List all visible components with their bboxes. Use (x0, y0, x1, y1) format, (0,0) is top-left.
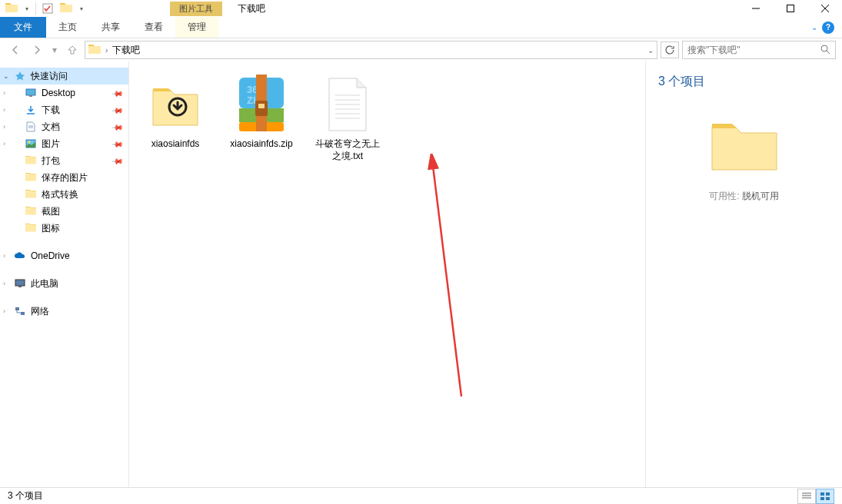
chevron-right-icon[interactable]: › (3, 307, 5, 315)
svg-rect-13 (15, 280, 25, 286)
svg-line-6 (827, 51, 830, 54)
star-icon (14, 70, 26, 82)
sidebar-item-screenshots[interactable]: 截图 (0, 203, 128, 220)
back-button[interactable] (6, 41, 25, 59)
sidebar-item-label: 图片 (42, 138, 60, 151)
close-button[interactable] (807, 0, 842, 17)
file-item-folder[interactable]: xiaosiainfds (141, 74, 209, 162)
recent-dropdown-icon[interactable]: ▾ (49, 41, 60, 59)
sidebar-network[interactable]: › 网络 (0, 303, 128, 320)
view-tab[interactable]: 查看 (132, 17, 175, 38)
sidebar-quick-access[interactable]: ⌄ 快速访问 (0, 68, 128, 85)
svg-rect-39 (826, 497, 830, 500)
sidebar-item-pictures[interactable]: › 图片 📌 (0, 135, 128, 152)
pin-icon: 📌 (111, 138, 124, 150)
sidebar-item-icons[interactable]: 图标 (0, 220, 128, 237)
svg-point-12 (28, 141, 31, 144)
address-path[interactable]: 下载吧 (112, 44, 643, 57)
folder-icon[interactable] (3, 0, 20, 17)
new-folder-icon[interactable] (58, 0, 75, 17)
sidebar-item-label: 网络 (31, 305, 49, 318)
chevron-right-icon[interactable]: › (3, 106, 5, 114)
sidebar-item-documents[interactable]: › 文档 📌 (0, 118, 128, 135)
annotation-arrow (424, 154, 471, 400)
svg-rect-37 (826, 492, 830, 496)
sidebar-item-desktop[interactable]: › Desktop 📌 (0, 85, 128, 101)
chevron-right-icon[interactable]: › (3, 140, 5, 148)
details-view-button[interactable] (797, 489, 816, 504)
forward-button[interactable] (28, 41, 46, 59)
sidebar-item-label: 下载 (42, 104, 60, 117)
chevron-right-icon[interactable]: › (3, 123, 5, 131)
sidebar-item-package[interactable]: 打包 📌 (0, 152, 128, 169)
sidebar-item-label: 保存的图片 (42, 171, 88, 184)
search-input[interactable] (687, 45, 820, 55)
svg-rect-2 (787, 5, 794, 12)
sidebar-item-label: OneDrive (31, 250, 70, 261)
search-icon[interactable] (820, 44, 830, 57)
share-tab[interactable]: 共享 (89, 17, 132, 38)
folder-icon (25, 222, 37, 234)
folder-icon (25, 205, 37, 217)
details-availability-label: 可用性: (709, 191, 739, 201)
svg-line-32 (432, 160, 461, 396)
chevron-right-icon[interactable]: › (3, 89, 5, 97)
sidebar-item-saved-pictures[interactable]: 保存的图片 (0, 169, 128, 186)
files-area[interactable]: xiaosiainfds 360 ZIP (129, 61, 645, 487)
folder-icon (88, 45, 101, 55)
file-tab[interactable]: 文件 (0, 17, 46, 38)
svg-point-5 (821, 45, 827, 51)
maximize-button[interactable] (773, 0, 807, 17)
help-icon[interactable]: ? (822, 22, 834, 34)
chevron-right-icon[interactable]: › (3, 252, 5, 260)
chevron-down-icon[interactable]: ⌄ (647, 46, 654, 55)
up-button[interactable] (63, 41, 82, 59)
file-item-txt[interactable]: 斗破苍穹之无上之境.txt (314, 74, 381, 162)
txt-thumb-icon (320, 74, 375, 135)
file-item-zip[interactable]: 360 ZIP xiaosiainfds.zip (228, 74, 295, 162)
sidebar-item-label: Desktop (42, 88, 75, 98)
navigation-pane: ⌄ 快速访问 › Desktop 📌 › 下载 📌 › 文档 📌 (0, 61, 129, 487)
file-name: 斗破苍穹之无上之境.txt (314, 138, 381, 162)
chevron-right-icon[interactable]: › (105, 46, 108, 55)
sidebar-item-label: 截图 (42, 205, 60, 218)
sidebar-onedrive[interactable]: › OneDrive (0, 247, 128, 264)
minimize-button[interactable] (738, 0, 773, 17)
file-name: xiaosiainfds.zip (230, 138, 292, 151)
qat-dropdown-icon[interactable]: ▾ (22, 0, 32, 17)
chevron-right-icon[interactable]: › (3, 280, 5, 287)
status-text: 3 个项目 (8, 489, 43, 502)
folder-icon (25, 171, 37, 184)
details-availability-value: 脱机可用 (742, 191, 779, 201)
folder-icon (25, 154, 37, 167)
file-name: xiaosiainfds (151, 138, 200, 151)
svg-rect-36 (820, 492, 824, 496)
svg-rect-38 (820, 497, 824, 500)
sidebar-item-format-convert[interactable]: 格式转换 (0, 186, 128, 203)
window-title: 下载吧 (238, 2, 265, 15)
pin-icon: 📌 (111, 87, 124, 99)
address-box[interactable]: › 下载吧 ⌄ (85, 41, 657, 59)
properties-checkbox-icon[interactable] (39, 0, 56, 17)
qat-customize-icon[interactable]: ▾ (76, 0, 87, 17)
svg-rect-14 (18, 286, 22, 287)
computer-icon (14, 277, 26, 290)
sidebar-this-pc[interactable]: › 此电脑 (0, 275, 128, 292)
chevron-down-icon[interactable]: ⌄ (3, 72, 9, 80)
home-tab[interactable]: 主页 (46, 17, 89, 38)
pin-icon: 📌 (111, 104, 124, 116)
cloud-icon (14, 250, 26, 262)
expand-ribbon-icon[interactable]: ⌄ (811, 23, 817, 32)
pin-icon: 📌 (111, 121, 124, 133)
sidebar-item-label: 此电脑 (31, 277, 58, 290)
manage-tab[interactable]: 管理 (175, 17, 218, 38)
refresh-button[interactable] (661, 41, 679, 58)
content-area: xiaosiainfds 360 ZIP (129, 61, 842, 487)
icons-view-button[interactable] (816, 489, 834, 504)
folder-icon (25, 188, 37, 201)
search-box[interactable] (682, 41, 836, 59)
sidebar-item-downloads[interactable]: › 下载 📌 (0, 101, 128, 118)
zip-thumb-icon: 360 ZIP (234, 74, 289, 135)
pin-icon: 📌 (111, 154, 124, 167)
contextual-tab-label: 图片工具 (170, 2, 222, 16)
